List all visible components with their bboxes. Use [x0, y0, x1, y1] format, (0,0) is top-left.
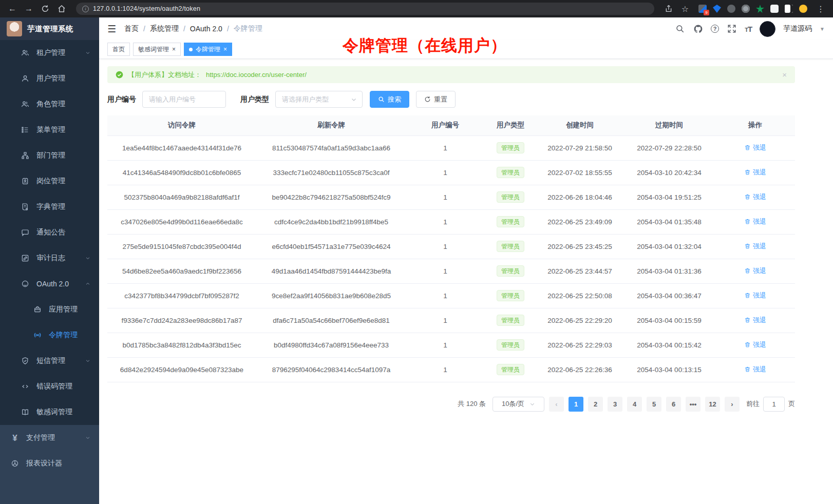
sidebar-logo[interactable]: 芋道管理系统 [0, 17, 99, 40]
username[interactable]: 芋道源码 [783, 24, 812, 33]
extension-grid-icon[interactable]: 9 [698, 5, 707, 13]
page-size-select[interactable]: 10条/页 [493, 397, 544, 412]
tab-1[interactable]: 敏感词管理 × [133, 43, 181, 56]
page-ellipsis[interactable]: ••• [686, 397, 701, 412]
extension-record-icon[interactable] [742, 5, 750, 13]
sidebar-item-sms[interactable]: 短信管理 [0, 348, 99, 374]
browser-menu-icon[interactable]: ⋮ [815, 3, 827, 15]
bookmark-star-icon[interactable]: ☆ [679, 3, 691, 15]
sidebar-item-label: 字典管理 [36, 202, 65, 211]
browser-forward-icon[interactable]: → [23, 3, 35, 15]
sidebar-item-oauth2[interactable]: OAuth 2.0 [0, 271, 99, 297]
force-logout-button[interactable]: 强退 [744, 266, 766, 276]
sidebar-item-oauth2-app[interactable]: 应用管理 [0, 297, 99, 322]
success-check-icon [116, 71, 123, 79]
page-button-6[interactable]: 6 [666, 397, 681, 412]
profile-emoji-icon[interactable] [799, 5, 807, 13]
page-button-12[interactable]: 12 [705, 397, 720, 412]
actions-cell: 强退 [715, 259, 795, 283]
sidebar-item-label: 岗位管理 [36, 177, 65, 186]
reset-button[interactable]: 重置 [416, 91, 456, 108]
extension-gem-icon[interactable] [713, 5, 721, 13]
tab-close-icon[interactable]: × [172, 46, 176, 52]
sidebar-item-error-code[interactable]: 错误码管理 [0, 374, 99, 399]
extension-sidepanel-icon[interactable] [785, 5, 793, 13]
page-size-value: 10条/页 [502, 399, 524, 409]
tab-0[interactable]: 首页 [107, 43, 130, 56]
sidebar-item-oauth2-token[interactable]: 令牌管理 [0, 322, 99, 348]
force-logout-button[interactable]: 强退 [744, 340, 766, 350]
tab-2[interactable]: 令牌管理 × [184, 43, 232, 56]
sidebar-item-user[interactable]: 用户管理 [0, 66, 99, 91]
page-button-5[interactable]: 5 [647, 397, 661, 412]
sidebar-item-sensitive-word[interactable]: 敏感词管理 [0, 399, 99, 425]
collapse-sidebar-icon[interactable]: ☰ [107, 23, 116, 35]
access-token-cell: 502375b8040a469a9b82188afdf6af1f [107, 185, 256, 209]
sidebar-item-menu[interactable]: 菜单管理 [0, 117, 99, 143]
browser-home-icon[interactable] [55, 3, 68, 15]
extension-star-icon[interactable] [756, 5, 764, 13]
font-size-icon[interactable]: TT [745, 25, 752, 33]
trash-icon [744, 243, 751, 249]
user-id-cell: 1 [406, 185, 484, 209]
prev-page-button[interactable]: ‹ [549, 397, 564, 412]
address-bar[interactable]: i 127.0.0.1:1024/system/oauth2/token [76, 3, 654, 15]
alert-doc-link[interactable]: https://doc.iocoder.cn/user-center/ [206, 71, 307, 79]
page-button-1[interactable]: 1 [569, 397, 583, 412]
col-created: 创建时间 [537, 115, 623, 135]
extension-command-icon[interactable] [727, 5, 735, 13]
search-button[interactable]: 搜索 [370, 91, 409, 108]
sidebar-item-post[interactable]: 岗位管理 [0, 168, 99, 194]
goto-page-input[interactable] [763, 397, 785, 412]
filter-form: 用户编号 用户类型 请选择用户类型 搜索 重置 [107, 91, 795, 108]
tab-close-icon[interactable]: × [223, 46, 227, 52]
breadcrumb-item[interactable]: 首页 [124, 24, 139, 33]
force-logout-button[interactable]: 强退 [744, 217, 766, 226]
force-logout-button[interactable]: 强退 [744, 143, 766, 152]
alert-close-icon[interactable]: × [782, 70, 787, 79]
extension-puzzle-icon[interactable] [770, 5, 779, 13]
page-button-4[interactable]: 4 [627, 397, 642, 412]
help-icon[interactable]: ? [711, 25, 719, 33]
github-icon[interactable] [693, 24, 703, 34]
force-logout-button[interactable]: 强退 [744, 365, 766, 374]
force-logout-button[interactable]: 强退 [744, 242, 766, 251]
caret-down-icon[interactable]: ▼ [820, 26, 825, 32]
sidebar-item-audit-log[interactable]: 审计日志 [0, 245, 99, 271]
force-logout-button[interactable]: 强退 [744, 192, 766, 202]
sidebar-item-tenant[interactable]: 租户管理 [0, 40, 99, 66]
force-logout-button[interactable]: 强退 [744, 168, 766, 177]
avatar[interactable] [760, 21, 775, 37]
search-icon[interactable] [675, 24, 685, 34]
org-chart-icon [21, 151, 30, 160]
force-logout-button[interactable]: 强退 [744, 316, 766, 325]
open-book-icon [21, 408, 30, 416]
site-info-icon[interactable]: i [82, 6, 89, 12]
goto-unit: 页 [788, 399, 795, 409]
sidebar-item-pay[interactable]: ¥ 支付管理 [0, 425, 99, 451]
sidebar-item-report[interactable]: 报表设计器 [0, 451, 99, 476]
user-id-cell: 1 [406, 259, 484, 283]
user-type-select[interactable]: 请选择用户类型 [275, 91, 363, 108]
sidebar-item-label: 报表设计器 [26, 459, 62, 468]
breadcrumb-item[interactable]: OAuth 2.0 [190, 25, 222, 33]
sidebar-item-dept[interactable]: 部门管理 [0, 143, 99, 168]
sidebar-item-role[interactable]: 角色管理 [0, 91, 99, 117]
expires-cell: 2054-03-04 00:15:59 [623, 308, 715, 333]
browser-back-icon[interactable]: ← [6, 3, 18, 15]
page-button-3[interactable]: 3 [608, 397, 622, 412]
user-id-input[interactable] [142, 91, 226, 108]
table-row: b0d1785bc3a8482f812db4a3f3bd15ec b0df498… [107, 333, 795, 357]
next-page-button[interactable]: › [725, 397, 740, 412]
force-logout-button[interactable]: 强退 [744, 291, 766, 300]
fullscreen-icon[interactable] [727, 24, 737, 34]
audit-icon [21, 254, 30, 262]
page-button-2[interactable]: 2 [588, 397, 603, 412]
sidebar-item-notice[interactable]: 通知公告 [0, 220, 99, 245]
browser-reload-icon[interactable] [39, 3, 51, 15]
breadcrumb-item[interactable]: 系统管理 [150, 24, 179, 33]
refresh-token-cell: dfa6c71a50a54c66bef706ef9e6e8d81 [256, 308, 406, 333]
tree-list-icon [21, 126, 30, 134]
share-icon[interactable] [662, 3, 675, 15]
sidebar-item-dict[interactable]: 字典管理 [0, 194, 99, 220]
